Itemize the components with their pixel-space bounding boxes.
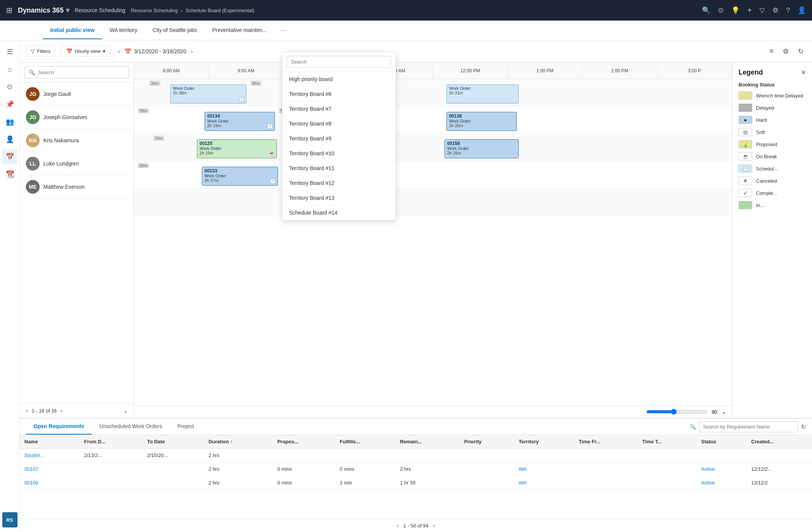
pagination-prev-btn[interactable]: ‹ xyxy=(397,522,399,529)
resource-row-matthew[interactable]: ME Matthew Everson xyxy=(20,175,134,199)
user-icon[interactable]: 👤 xyxy=(798,6,806,14)
refresh-icon[interactable]: ↻ xyxy=(796,45,806,58)
resource-list-panel: 🔍 JG Jorge Gault JG Joseph Gonsalves xyxy=(20,62,134,418)
dropdown-item-territory10[interactable]: Territory Board #10 xyxy=(282,146,396,161)
filters-button[interactable]: ▽ Filters xyxy=(26,46,55,57)
board-settings-icon[interactable]: ⚙ xyxy=(780,45,791,58)
link-territory-1[interactable]: WA xyxy=(519,466,526,472)
booking-kris-2[interactable]: 00158 Work Order 2h 26m xyxy=(444,139,519,158)
zoom-collapse-icon[interactable]: ⌄ xyxy=(722,409,726,415)
gantt-row-luke: 58m 00133 Work Order 2h 27m 🕐 00 Re... 2… xyxy=(134,161,732,189)
booking-jorge-2[interactable]: Work Order 2h 31m xyxy=(446,84,519,104)
time-col-12pm: 12:00 PM xyxy=(433,62,508,79)
hamburger-icon[interactable]: ☰ xyxy=(2,44,18,59)
tab-preventative[interactable]: Preventative mainten... xyxy=(205,22,274,39)
cell-priority-2 xyxy=(460,476,514,490)
refresh-icon-bottom[interactable]: ↻ xyxy=(801,423,806,430)
cell-to-date-0: 2/15/20... xyxy=(142,449,204,462)
view-chevron-icon: ▾ xyxy=(103,48,105,54)
resource-row-jorge[interactable]: JG Jorge Gault xyxy=(20,83,134,106)
booking-joseph-2[interactable]: 00138 Work Order 2h 20m xyxy=(446,112,517,131)
resource-row-kris[interactable]: KN Kris Nakamura xyxy=(20,129,134,152)
date-prev-button[interactable]: ‹ xyxy=(117,46,121,56)
dropdown-item-territory12[interactable]: Territory Board #12 xyxy=(282,176,396,191)
legend-swatch-delayed xyxy=(738,104,752,112)
link-southri[interactable]: Southri... xyxy=(24,452,44,458)
tab-initial-public[interactable]: Initial public view xyxy=(43,22,102,39)
requirements-table: Name From D... To Date Duration ↑ Propos… xyxy=(20,435,812,490)
breadcrumb-root[interactable]: Resource Scheduling xyxy=(131,8,178,13)
lightbulb-icon[interactable]: 💡 xyxy=(731,6,740,14)
link-status-2[interactable]: Active xyxy=(701,480,714,486)
date-next-button[interactable]: › xyxy=(189,46,194,56)
tab-more-button[interactable]: ··· xyxy=(277,24,288,37)
filter-icon-nav[interactable]: ▽ xyxy=(759,6,765,14)
filter-icon: ▽ xyxy=(31,48,35,54)
dropdown-item-territory11[interactable]: Territory Board #11 xyxy=(282,161,396,176)
col-status: Status xyxy=(697,435,746,449)
resource-row-luke[interactable]: LL Luke Lundgren xyxy=(20,152,134,175)
booking-joseph-1[interactable]: 00134 Work Order 2h 16m 🕐 xyxy=(205,112,275,131)
calendar2-icon[interactable]: 📆 xyxy=(2,167,18,182)
table-header-row: Name From D... To Date Duration ↑ Propos… xyxy=(20,435,812,449)
zoom-value: 90 xyxy=(712,409,717,415)
add-icon[interactable]: + xyxy=(747,6,752,15)
people2-icon[interactable]: 👤 xyxy=(2,132,18,147)
dropdown-item-scheduleboard14[interactable]: Schedule Board #14 xyxy=(282,205,396,220)
col-priority: Priority xyxy=(460,435,514,449)
resource-next-page[interactable]: › xyxy=(61,407,62,414)
dropdown-item-highpriority[interactable]: High priority board xyxy=(282,72,396,87)
dropdown-item-territory6[interactable]: Territory Board #6 xyxy=(282,87,396,102)
cell-proposed-0 xyxy=(273,449,335,462)
apps-icon[interactable]: ⊞ xyxy=(6,6,13,15)
avatar-matthew: ME xyxy=(26,180,40,194)
tab-wa-territory[interactable]: WA territory xyxy=(102,22,145,39)
legend-item-canceled: ✕ Canceled xyxy=(738,177,806,185)
tab-project[interactable]: Project xyxy=(170,419,202,435)
tab-open-requirements[interactable]: Open Requirements xyxy=(26,419,92,435)
booking-luke-1[interactable]: 00133 Work Order 2h 27m 🕐 xyxy=(202,167,278,186)
gantt-row-kris: 16m 00125 Work Order 2h 16m ☕ 1h 00158 W… xyxy=(134,134,732,161)
user-initials[interactable]: RS xyxy=(2,512,18,527)
col-duration[interactable]: Duration ↑ xyxy=(204,435,272,449)
search-icon-nav[interactable]: 🔍 xyxy=(702,6,710,14)
dropdown-item-territory8[interactable]: Territory Board #8 xyxy=(282,116,396,131)
req-search-input[interactable] xyxy=(699,421,798,432)
zoom-slider[interactable] xyxy=(646,409,707,415)
expand-icon[interactable]: ⌄ xyxy=(123,408,128,414)
pagination-next-btn[interactable]: › xyxy=(433,522,435,529)
gantt-chart-area: 8:00 AM 9:00 AM 10:00 AM 11:00 AM 12:00 … xyxy=(134,62,732,418)
board-dropdown-overlay: High priority board Territory Board #6 T… xyxy=(282,52,396,221)
target-icon[interactable]: ⊙ xyxy=(718,6,724,14)
resource-search-input[interactable] xyxy=(38,70,125,75)
legend-close-button[interactable]: ✕ xyxy=(801,69,806,76)
booking-kris-1[interactable]: 00125 Work Order 2h 16m ☕ xyxy=(197,139,277,158)
booking-jorge-1[interactable]: Work Order 2h 38m 🕐 xyxy=(170,84,246,104)
help-icon[interactable]: ? xyxy=(786,6,790,14)
resource-row-joseph[interactable]: JG Joseph Gonsalves xyxy=(20,106,134,129)
brand-chevron[interactable]: ▾ xyxy=(66,6,69,14)
dropdown-search-input[interactable] xyxy=(287,56,391,68)
calendar-icon[interactable]: 📅 xyxy=(2,149,18,164)
legend-label-canceled: Canceled xyxy=(756,178,777,184)
tab-unscheduled-work[interactable]: Unscheduled Work Orders xyxy=(92,419,170,435)
dropdown-item-territory7[interactable]: Territory Board #7 xyxy=(282,102,396,116)
search-icon-resource: 🔍 xyxy=(29,69,35,75)
list-view-icon[interactable]: ≡ xyxy=(767,45,776,57)
link-00107[interactable]: 00107 xyxy=(24,466,38,472)
link-status-1[interactable]: Active xyxy=(701,466,714,472)
resource-prev-page[interactable]: ‹ xyxy=(26,407,28,414)
home-icon[interactable]: ⌂ xyxy=(2,62,18,77)
dropdown-item-territory9[interactable]: Territory Board #9 xyxy=(282,131,396,146)
people-icon[interactable]: 👥 xyxy=(2,114,18,129)
dropdown-item-territory13[interactable]: Territory Board #13 xyxy=(282,191,396,205)
link-territory-2[interactable]: WA xyxy=(519,480,526,486)
view-selector-button[interactable]: 📅 Hourly view ▾ xyxy=(61,46,110,57)
recent-icon[interactable]: ⊙ xyxy=(2,79,18,94)
pinned-icon[interactable]: 📌 xyxy=(2,97,18,112)
settings-icon[interactable]: ⚙ xyxy=(772,6,778,14)
toolbar: ▽ Filters 📅 Hourly view ▾ ‹ 📅 3/12/2020 … xyxy=(20,40,812,62)
link-00109[interactable]: 00109 xyxy=(24,480,38,486)
tab-city-seattle[interactable]: City of Seattle jobs xyxy=(145,22,205,39)
legend-swatch-soft: ◎ xyxy=(738,128,752,136)
